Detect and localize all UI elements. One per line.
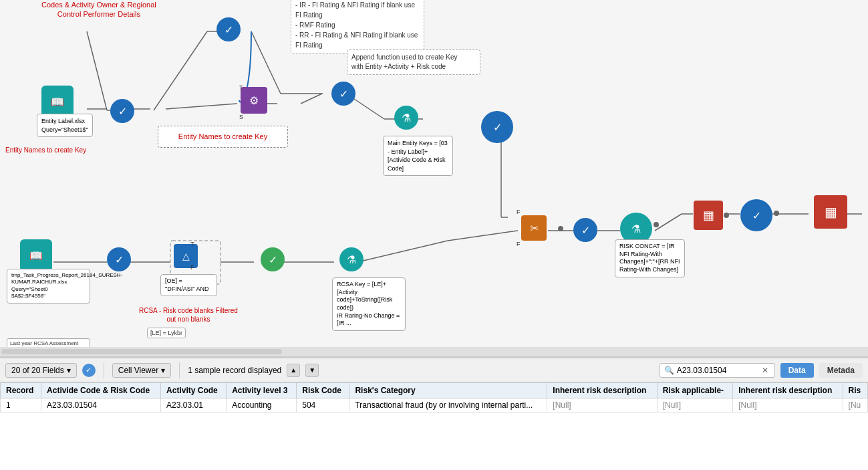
data-table-container[interactable]: RecordActivide Code & Risk CodeActivity … (0, 382, 868, 470)
label-tmp-task: tmp_Task_Progress_Report_26184_SURESH-KU… (7, 269, 90, 304)
toolbar: 20 of 20 Fields ▾ ✓ Cell Viewer ▾ 1 samp… (0, 358, 868, 382)
search-clear-button[interactable]: ✕ (760, 365, 770, 376)
table-header-cell: Activity Code (161, 383, 227, 398)
table-header-cell: Risk Code (297, 383, 349, 398)
workflow-canvas: Codes & Activity Owner & RegionalControl… (0, 0, 868, 358)
node-filter[interactable]: ✂ (521, 215, 547, 241)
table-header-cell: Activide Code & Risk Code (41, 383, 161, 398)
node-table-2[interactable]: ▦ (814, 195, 847, 229)
annotation-rcsa: RCSA - Risk code blanks Filteredout non … (139, 306, 238, 324)
table-header-cell: Risk applicable- (657, 383, 732, 398)
table-cell: A23.03.01 (161, 398, 227, 413)
label-f2: F (190, 264, 194, 271)
table-header-row: RecordActivide Code & Risk CodeActivity … (1, 383, 868, 398)
label-oe: [OE] = "DFIN/ASI" AND (160, 274, 217, 296)
chevron-down-icon: ▾ (67, 366, 71, 375)
node-flask-2[interactable]: ⚗ (339, 247, 364, 271)
search-box: 🔍 ✕ (660, 363, 775, 378)
table-header-cell: Ris (843, 383, 867, 398)
table-header-cell: Inherent risk description (733, 383, 843, 398)
chevron-down-icon-2: ▾ (161, 366, 165, 375)
label-risk-concat: RISK CONCAT = [IR NFI Rating-With Change… (615, 239, 685, 277)
annotation-entity-names-2: Entity Names to create Key (5, 146, 86, 154)
fields-label: 20 of 20 Fields (11, 366, 64, 375)
svg-line-4 (251, 31, 281, 94)
label-t2: T (190, 241, 194, 247)
node-check-2[interactable]: ✓ (331, 82, 355, 106)
table-cell: 1 (1, 398, 41, 413)
table-header-cell: Activity level 3 (227, 383, 297, 398)
connector-dot-2 (654, 222, 659, 227)
node-check-green[interactable]: ✓ (261, 247, 285, 271)
label-f4: F (517, 209, 521, 215)
cell-viewer-label: Cell Viewer (118, 366, 158, 375)
annotation-fi-rating: - IR - FI Rating & NFI Rating if blank u… (291, 0, 424, 53)
label-rcsa-key: RCSA Key = [LE]+[Activity code]+ToString… (332, 277, 406, 331)
node-entity-label[interactable]: 📖 (41, 86, 74, 118)
table-cell: [Null] (733, 398, 843, 413)
table-row: 1A23.03.01504A23.03.01Accounting504Trans… (1, 398, 868, 413)
node-check-3[interactable]: ✓ (481, 111, 513, 143)
table-cell: [Nu (843, 398, 867, 413)
metadata-tab-button[interactable]: Metada (819, 363, 863, 378)
connector-dot-3 (724, 213, 729, 218)
table-cell: Accounting (227, 398, 297, 413)
sample-record-text: 1 sample record displayed (188, 366, 281, 375)
table-cell: 504 (297, 398, 349, 413)
annotation-entity-names-1: Entity Names to create Key (158, 126, 288, 148)
node-flask-1[interactable]: ⚗ (394, 106, 418, 130)
svg-line-12 (301, 94, 322, 104)
node-tmp-task[interactable]: 📖 (20, 239, 52, 271)
confirm-button[interactable]: ✓ (82, 364, 96, 377)
horizontal-scrollbar[interactable] (0, 347, 868, 356)
arrow-down-button[interactable]: ▼ (305, 364, 319, 377)
table-header-cell: Inherent risk description (547, 383, 657, 398)
table-cell: Transactional fraud (by or involving int… (349, 398, 547, 413)
label-main-entity: Main Entity Keys = [03 - Entity Label]+[… (383, 136, 453, 176)
table-cell: [Null] (547, 398, 657, 413)
annotation-append: Append function used to create Keywith E… (347, 49, 480, 75)
arrow-up-button[interactable]: ▲ (287, 364, 300, 377)
node-gear[interactable]: ⚙ (241, 87, 267, 114)
table-header-cell: Risk's Category (349, 383, 547, 398)
separator-1 (104, 362, 104, 378)
search-input[interactable] (677, 366, 757, 375)
separator-2 (179, 362, 180, 378)
label-s: S (239, 114, 243, 120)
label-f3: F (517, 241, 521, 247)
svg-line-0 (87, 31, 107, 110)
svg-line-20 (448, 231, 518, 241)
search-icon: 🔍 (664, 366, 674, 375)
cell-viewer-button[interactable]: Cell Viewer ▾ (112, 363, 171, 378)
fields-button[interactable]: 20 of 20 Fields ▾ (5, 363, 77, 378)
node-check-top[interactable]: ✓ (216, 17, 241, 41)
node-check-1[interactable]: ✓ (110, 99, 134, 123)
connector-dot-4 (774, 211, 779, 216)
label-t: T (239, 84, 243, 91)
node-check-far[interactable]: ✓ (740, 199, 772, 231)
svg-line-17 (357, 241, 448, 262)
node-check-r2[interactable]: ✓ (107, 247, 131, 271)
bottom-panel: 20 of 20 Fields ▾ ✓ Cell Viewer ▾ 1 samp… (0, 358, 868, 470)
node-table-1[interactable]: ▦ (694, 201, 723, 230)
label-entity-label: Entity Label.xlsxQuery="Sheet1$" (37, 114, 93, 137)
annotation-codes: Codes & Activity Owner & RegionalControl… (41, 0, 156, 19)
connector-dot-1 (558, 226, 563, 231)
node-check-mid[interactable]: ✓ (573, 218, 597, 242)
svg-line-23 (655, 214, 682, 231)
label-le: [LE] = Lykbr (147, 328, 186, 338)
data-tab-button[interactable]: Data (780, 363, 814, 378)
table-cell: [Null] (657, 398, 732, 413)
table-cell: A23.03.01504 (41, 398, 161, 413)
svg-line-2 (154, 31, 207, 110)
data-table: RecordActivide Code & Risk CodeActivity … (0, 382, 868, 413)
svg-line-10 (166, 104, 237, 109)
table-header-cell: Record (1, 383, 41, 398)
